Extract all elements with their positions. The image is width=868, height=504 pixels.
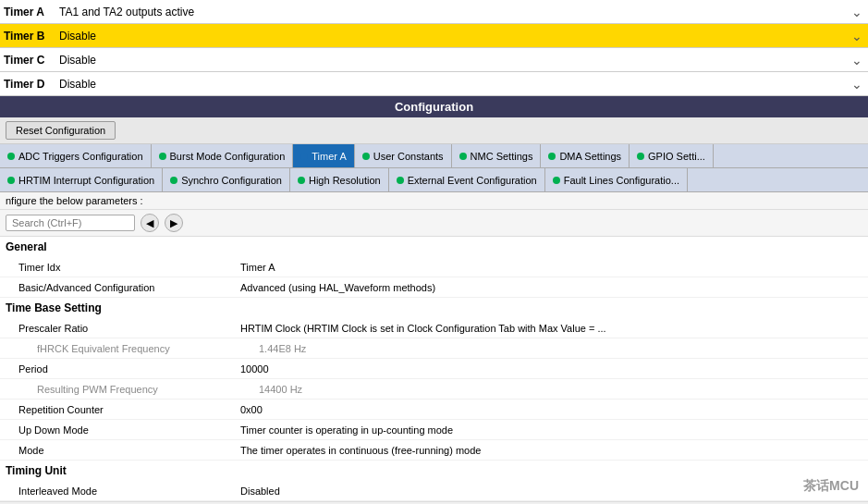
param-mode-row: Mode The timer operates in continuous (f…	[0, 440, 868, 461]
timer-b-row: Timer B Disable ⌄	[0, 24, 868, 48]
param-updown-row: Up Down Mode Timer counter is operating …	[0, 420, 868, 440]
param-timer-idx-name: Timer Idx	[18, 262, 240, 273]
tab-synchro-label: Synchro Configuration	[181, 175, 282, 186]
param-rep-counter-value: 0x00	[240, 404, 862, 415]
tab-high-res-label: High Resolution	[309, 175, 381, 186]
tab-nmc-label: NMC Settings	[471, 151, 533, 162]
param-interleaved-name: Interleaved Mode	[18, 486, 240, 497]
tab-adc-label: ADC Triggers Configuration	[18, 151, 143, 162]
param-mode-value: The timer operates in continuous (free-r…	[240, 445, 862, 456]
param-basic-adv-name: Basic/Advanced Configuration	[18, 282, 240, 293]
param-rep-counter-name: Repetition Counter	[18, 404, 240, 415]
timer-c-dropdown-arrow[interactable]: ⌄	[846, 53, 868, 68]
next-nav-button[interactable]: ▶	[165, 214, 183, 232]
param-pwm-freq-row: Resulting PWM Frequency 14400 Hz	[0, 379, 868, 400]
param-prescaler-row: Prescaler Ratio HRTIM Clock (HRTIM Clock…	[0, 318, 868, 338]
config-header: Configuration	[0, 96, 868, 117]
timer-c-value: Disable	[55, 54, 846, 67]
timer-d-row: Timer D Disable ⌄	[0, 72, 868, 96]
param-updown-value: Timer counter is operating in up-countin…	[240, 424, 862, 436]
param-fhrck-value: 1.44E8 Hz	[259, 343, 862, 354]
tab-high-res-tab[interactable]: High Resolution	[290, 168, 389, 191]
timer-c-label: Timer C	[0, 54, 55, 67]
search-input[interactable]	[6, 215, 135, 231]
tab-gpio-dot	[637, 153, 644, 160]
reset-config-button[interactable]: Reset Configuration	[6, 121, 116, 140]
tab-fault-label: Fault Lines Configuratio...	[564, 175, 679, 186]
tab-dma-label: DMA Settings	[559, 151, 621, 162]
config-desc: nfigure the below parameters :	[0, 192, 868, 210]
tab-ext-event-dot	[397, 177, 404, 184]
section-general-header: General	[0, 237, 868, 257]
section-timing-header: Timing Unit	[0, 461, 868, 481]
tab-timer-a-dot	[300, 153, 308, 160]
param-prescaler-value: HRTIM Clock (HRTIM Clock is set in Clock…	[240, 323, 862, 334]
param-updown-name: Up Down Mode	[18, 424, 240, 436]
timer-d-label: Timer D	[0, 78, 55, 91]
tab-nmc-tab[interactable]: NMC Settings	[452, 144, 542, 167]
param-timer-idx-value: Timer A	[240, 262, 862, 273]
param-fhrck-name: fHRCK Equivalent Frequency	[37, 343, 259, 354]
timer-b-dropdown-arrow[interactable]: ⌄	[846, 29, 868, 43]
timer-d-value: Disable	[55, 78, 846, 91]
param-period-value: 10000	[240, 363, 862, 375]
reset-btn-row: Reset Configuration	[0, 117, 868, 144]
param-basic-adv-value: Advanced (using HAL_Waveform methods)	[240, 282, 862, 293]
param-prescaler-name: Prescaler Ratio	[18, 323, 240, 334]
param-interleaved-row: Interleaved Mode Disabled	[0, 481, 868, 501]
prev-nav-button[interactable]: ◀	[141, 214, 159, 232]
timer-b-label: Timer B	[0, 30, 55, 43]
tab-fault-tab[interactable]: Fault Lines Configuratio...	[545, 168, 688, 191]
param-pwm-freq-name: Resulting PWM Frequency	[37, 384, 259, 395]
timer-a-value: TA1 and TA2 outputs active	[55, 6, 846, 18]
timer-a-label: Timer A	[0, 6, 55, 18]
timer-a-dropdown-arrow[interactable]: ⌄	[846, 5, 868, 19]
tab-user-const-dot	[362, 153, 370, 160]
timer-a-row: Timer A TA1 and TA2 outputs active ⌄	[0, 0, 868, 24]
param-mode-name: Mode	[18, 445, 240, 456]
param-interleaved-value: Disabled	[240, 486, 862, 497]
param-period-row: Period 10000	[0, 359, 868, 379]
param-start-on-row: Start On... ...	[0, 501, 868, 502]
param-pwm-freq-value: 14400 Hz	[259, 384, 862, 395]
tab-burst-label: Burst Mode Configuration	[170, 151, 286, 162]
param-period-name: Period	[18, 363, 240, 375]
tab-hrtim-int-label: HRTIM Interrupt Configuration	[18, 175, 154, 186]
tab-user-const-label: User Constants	[373, 151, 444, 162]
tab-user-const-tab[interactable]: User Constants	[355, 144, 452, 167]
param-timer-idx-row: Timer Idx Timer A	[0, 257, 868, 277]
tab-timer-a-label: Timer A	[312, 151, 347, 162]
tab-gpio-tab[interactable]: GPIO Setti...	[630, 144, 714, 167]
tab-nmc-dot	[459, 153, 467, 160]
param-fhrck-row: fHRCK Equivalent Frequency 1.44E8 Hz	[0, 338, 868, 359]
tab-hrtim-int-tab[interactable]: HRTIM Interrupt Configuration	[0, 168, 163, 191]
tab-burst-dot	[159, 153, 166, 160]
param-rep-counter-row: Repetition Counter 0x00	[0, 400, 868, 420]
timer-c-row: Timer C Disable ⌄	[0, 48, 868, 72]
timer-b-value: Disable	[55, 30, 846, 43]
tab-adc-dot	[7, 153, 15, 160]
tab-burst-tab[interactable]: Burst Mode Configuration	[152, 144, 294, 167]
watermark: 茶话MCU	[803, 478, 859, 495]
tab-hrtim-int-dot	[7, 177, 15, 184]
param-basic-adv-row: Basic/Advanced Configuration Advanced (u…	[0, 277, 868, 298]
tab-dma-dot	[548, 153, 556, 160]
tab-synchro-tab[interactable]: Synchro Configuration	[163, 168, 290, 191]
section-time-base-header: Time Base Setting	[0, 298, 868, 318]
tab-adc-tab[interactable]: ADC Triggers Configuration	[0, 144, 152, 167]
tab-high-res-dot	[298, 177, 305, 184]
tab-ext-event-label: External Event Configuration	[408, 175, 537, 186]
search-row: ◀ ▶	[0, 210, 868, 237]
tab-dma-tab[interactable]: DMA Settings	[541, 144, 630, 167]
timer-d-dropdown-arrow[interactable]: ⌄	[846, 77, 868, 92]
tab-gpio-label: GPIO Setti...	[648, 151, 705, 162]
tab-fault-dot	[553, 177, 560, 184]
tab-ext-event-tab[interactable]: External Event Configuration	[389, 168, 545, 191]
tab-timer-a-tab[interactable]: Timer A	[293, 144, 355, 167]
tab-synchro-dot	[170, 177, 177, 184]
